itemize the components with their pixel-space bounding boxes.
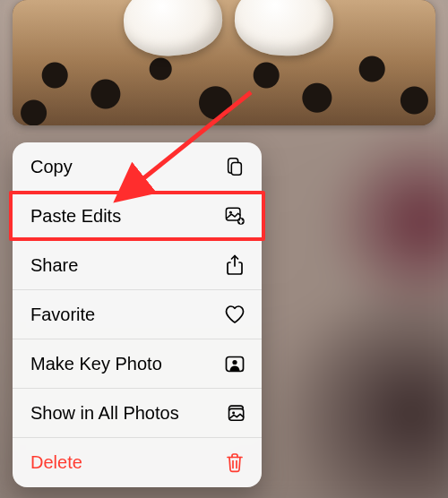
share-icon xyxy=(224,254,246,276)
menu-item-share[interactable]: Share xyxy=(13,241,262,290)
menu-item-label: Delete xyxy=(30,452,82,473)
stacked-photos-icon xyxy=(224,402,246,424)
selected-photo-thumbnail[interactable] xyxy=(13,0,435,125)
menu-item-show-in-all-photos[interactable]: Show in All Photos xyxy=(13,389,262,438)
svg-point-2 xyxy=(229,211,232,214)
menu-item-delete[interactable]: Delete xyxy=(13,438,262,487)
menu-item-label: Show in All Photos xyxy=(30,403,179,424)
menu-item-label: Favorite xyxy=(30,305,95,325)
trash-icon xyxy=(224,452,246,474)
svg-rect-0 xyxy=(231,162,241,175)
svg-point-7 xyxy=(232,412,235,415)
svg-point-5 xyxy=(232,360,237,365)
copy-icon xyxy=(224,156,246,177)
menu-item-paste-edits[interactable]: Paste Edits xyxy=(13,192,262,241)
menu-item-copy[interactable]: Copy xyxy=(13,142,262,192)
menu-item-make-key-photo[interactable]: Make Key Photo xyxy=(13,339,262,389)
menu-item-label: Share xyxy=(30,255,78,276)
photo-content xyxy=(13,0,435,125)
menu-item-label: Paste Edits xyxy=(30,206,121,227)
paste-edits-icon xyxy=(224,205,246,227)
menu-item-label: Make Key Photo xyxy=(30,354,162,374)
heart-icon xyxy=(224,304,246,325)
key-photo-icon xyxy=(224,353,246,374)
menu-item-label: Copy xyxy=(30,157,73,177)
menu-item-favorite[interactable]: Favorite xyxy=(13,290,262,339)
context-menu: Copy Paste Edits Share xyxy=(13,142,262,487)
